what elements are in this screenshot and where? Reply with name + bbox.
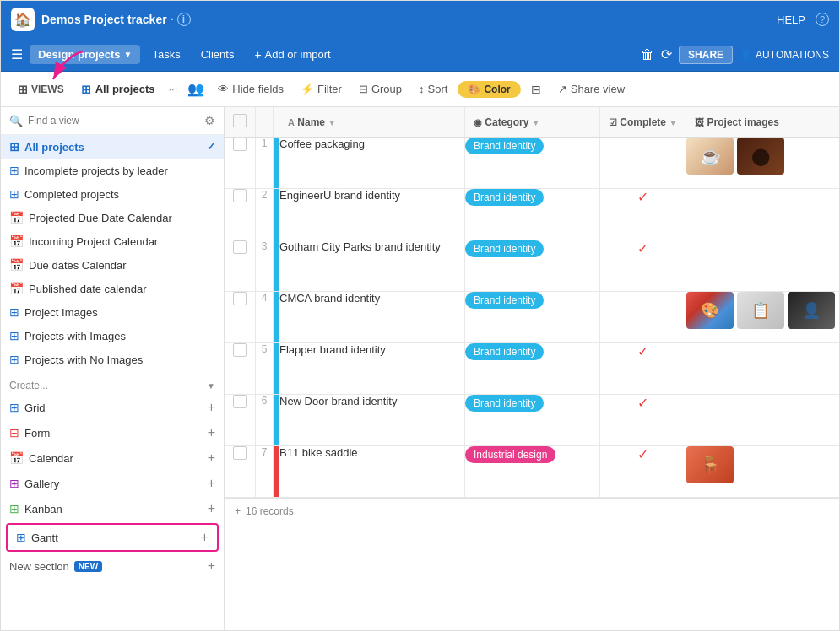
row-6-check[interactable] — [225, 395, 256, 446]
sidebar-item-completed[interactable]: ⊞ Completed projects — [1, 182, 224, 206]
row-4-check[interactable] — [225, 292, 256, 343]
row-2-complete[interactable]: ✓ — [600, 189, 686, 240]
col-header-complete[interactable]: ☑ Complete ▼ — [600, 107, 686, 138]
row-2-name[interactable]: EngineerU brand identity — [279, 189, 465, 240]
check-icon: ✓ — [207, 141, 215, 153]
sidebar-item-due-dates[interactable]: 📅 Due dates Calendar — [1, 253, 224, 277]
row-checkbox-3[interactable] — [233, 240, 247, 254]
header-checkbox[interactable] — [233, 114, 247, 127]
nav-design-projects[interactable]: Design projects ▼ — [30, 45, 140, 64]
row-checkbox-5[interactable] — [233, 343, 247, 357]
form-plus-icon[interactable]: + — [208, 425, 215, 440]
hamburger-icon[interactable]: ☰ — [11, 46, 23, 62]
gallery-plus-icon[interactable]: + — [208, 476, 215, 491]
row-checkbox-6[interactable] — [233, 395, 247, 408]
sidebar-item-project-images[interactable]: ⊞ Project Images — [1, 300, 224, 324]
gantt-plus-icon[interactable]: + — [201, 530, 209, 545]
cal-plus-icon[interactable]: + — [208, 450, 215, 466]
color-button[interactable]: 🎨 Color — [458, 81, 520, 98]
sidebar-item-projects-no-images[interactable]: ⊞ Projects with No Images — [1, 348, 224, 371]
row-5-name[interactable]: Flapper brand identity — [279, 343, 465, 395]
row-1-images[interactable]: ☕ ⬤ — [686, 138, 839, 175]
row-6-category[interactable]: Brand identity — [465, 395, 600, 446]
row-7-complete[interactable]: ✓ — [600, 446, 686, 498]
group-button[interactable]: ⊟ Group — [352, 79, 409, 99]
automations-button[interactable]: 👤 AUTOMATIONS — [740, 49, 829, 61]
new-section-item[interactable]: New section NEW + — [1, 553, 224, 579]
people-icon[interactable]: 👥 — [184, 78, 208, 100]
row-5-category[interactable]: Brand identity — [465, 343, 600, 395]
share-view-button[interactable]: ↗ Share view — [551, 79, 631, 99]
row-6-complete[interactable]: ✓ — [600, 395, 686, 446]
row-4-complete[interactable] — [600, 292, 686, 343]
trash-icon[interactable]: 🗑 — [641, 47, 654, 62]
row-5-complete[interactable]: ✓ — [600, 343, 686, 395]
sidebar-item-all-projects[interactable]: ⊞ All projects ✓ — [1, 135, 224, 159]
row-checkbox-2[interactable] — [233, 189, 247, 202]
row-1-category[interactable]: Brand identity — [465, 138, 600, 189]
row-6-name[interactable]: New Door brand identity — [279, 395, 465, 446]
row-checkbox-1[interactable] — [233, 138, 247, 151]
app-logo[interactable]: 🏠 — [11, 8, 35, 31]
table-icon-button[interactable]: ⊟ — [524, 79, 548, 100]
sidebar-create-form[interactable]: ⊟ Form + — [1, 420, 224, 445]
col-header-images[interactable]: 🖼 Project images — [686, 107, 839, 138]
row-2-check[interactable] — [225, 189, 256, 240]
row-3-name[interactable]: Gotham City Parks brand identity — [279, 240, 465, 292]
sidebar-create-gallery[interactable]: ⊞ Gallery + — [1, 471, 224, 496]
row-4-images[interactable]: 🎨 📋 👤 — [686, 292, 839, 329]
sidebar-create-grid[interactable]: ⊞ Grid + — [1, 395, 224, 420]
row-4-name[interactable]: CMCA brand identity — [279, 292, 465, 343]
row-7-colorbar — [274, 446, 279, 498]
check-mark-6: ✓ — [637, 396, 648, 410]
hide-fields-button[interactable]: 👁 Hide fields — [211, 79, 290, 99]
grid-plus-icon[interactable]: + — [208, 400, 215, 415]
info-icon[interactable]: i — [177, 13, 191, 26]
row-7-images[interactable]: 🪑 — [686, 446, 839, 483]
row-7-category[interactable]: Industrial design — [465, 446, 600, 498]
create-section[interactable]: Create... ▼ — [1, 371, 224, 395]
help-label[interactable]: HELP — [777, 13, 805, 26]
history-icon[interactable]: ⟳ — [661, 46, 672, 62]
row-1-name[interactable]: Coffee packaging — [279, 138, 465, 189]
row-1-complete[interactable] — [600, 138, 686, 189]
gear-icon[interactable]: ⚙ — [204, 114, 215, 127]
col-header-name[interactable]: A Name ▼ — [279, 107, 465, 138]
row-3-check[interactable] — [225, 240, 256, 292]
all-projects-toolbar-button[interactable]: ⊞ All projects — [74, 79, 162, 100]
row-3-complete[interactable]: ✓ — [600, 240, 686, 292]
row-checkbox-7[interactable] — [233, 446, 247, 460]
ellipsis-button[interactable]: ··· — [165, 79, 181, 99]
row-1-check[interactable] — [225, 138, 256, 189]
kanban-plus-icon[interactable]: + — [208, 501, 215, 516]
help-question-icon[interactable]: ? — [816, 13, 829, 26]
nav-tasks[interactable]: Tasks — [144, 45, 188, 64]
share-button[interactable]: SHARE — [679, 46, 733, 64]
row-checkbox-4[interactable] — [233, 292, 247, 305]
col-header-category[interactable]: ◉ Category ▼ — [465, 107, 600, 138]
add-row-button[interactable]: + — [235, 505, 241, 517]
new-section-plus[interactable]: + — [208, 558, 215, 574]
views-button[interactable]: ⊞ VIEWS — [11, 79, 71, 100]
sidebar-item-projects-with-images[interactable]: ⊞ Projects with Images — [1, 324, 224, 348]
top-bar: 🏠 Demos Project tracker · i HELP ? — [1, 1, 839, 38]
row-3-category[interactable]: Brand identity — [465, 240, 600, 292]
filter-button[interactable]: ⚡ Filter — [294, 79, 349, 99]
sidebar-item-incomplete[interactable]: ⊞ Incomplete projects by leader — [1, 159, 224, 182]
search-input[interactable] — [28, 115, 199, 127]
row-6-colorbar — [274, 395, 279, 446]
sidebar-create-calendar[interactable]: 📅 Calendar + — [1, 445, 224, 471]
sidebar-item-projected-due[interactable]: 📅 Projected Due Date Calendar — [1, 206, 224, 229]
nav-clients[interactable]: Clients — [192, 45, 243, 64]
sidebar-gantt-item[interactable]: ⊞ Gantt + — [6, 523, 219, 552]
sidebar-create-kanban[interactable]: ⊞ Kanban + — [1, 496, 224, 521]
sidebar-item-incoming[interactable]: 📅 Incoming Project Calendar — [1, 229, 224, 253]
row-2-category[interactable]: Brand identity — [465, 189, 600, 240]
row-7-check[interactable] — [225, 446, 256, 498]
row-7-name[interactable]: B11 bike saddle — [279, 446, 465, 498]
sort-button[interactable]: ↕ Sort — [412, 79, 454, 99]
sidebar-item-published[interactable]: 📅 Published date calendar — [1, 277, 224, 300]
row-4-category[interactable]: Brand identity — [465, 292, 600, 343]
nav-add-import[interactable]: + Add or import — [246, 45, 339, 65]
row-5-check[interactable] — [225, 343, 256, 395]
